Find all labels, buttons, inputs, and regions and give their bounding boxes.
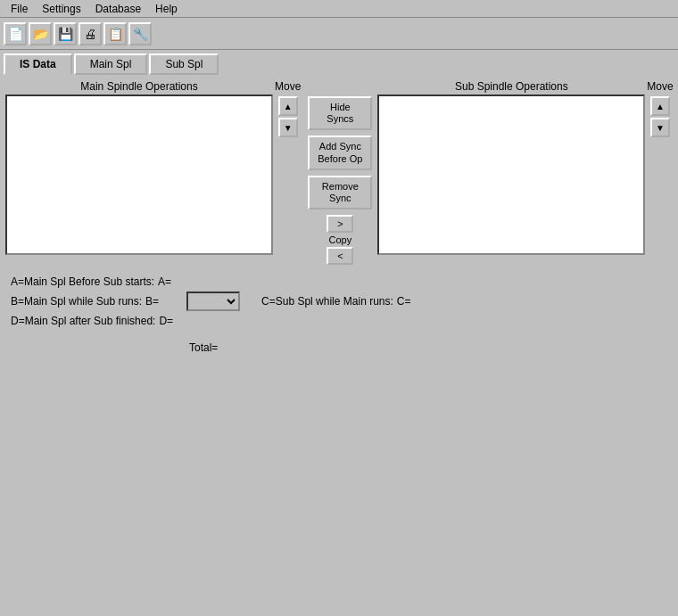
new-button[interactable]: 📄 <box>4 22 27 45</box>
info-label-d: D=Main Spl after Sub finished: <box>11 315 155 327</box>
operations-row: Main Spindle Operations Move ▲ ▼ Hide Sy… <box>5 80 673 265</box>
save-button[interactable]: 💾 <box>54 22 77 45</box>
menu-bar: File Settings Database Help <box>0 0 678 18</box>
total-label: Total= <box>189 341 218 354</box>
info-value-c: C= <box>397 295 424 308</box>
center-controls: Hide Syncs Add Sync Before Op Remove Syn… <box>302 80 377 265</box>
info-label-b: B=Main Spl while Sub runs: <box>11 295 142 308</box>
sub-move-label: Move <box>647 80 673 93</box>
sub-move-down-button[interactable]: ▼ <box>650 118 670 137</box>
print-button[interactable]: 🖨 <box>79 22 102 45</box>
remove-sync-label1: Remove <box>322 181 359 192</box>
tab-main-spl[interactable]: Main Spl <box>74 53 148 75</box>
sub-spindle-label: Sub Spindle Operations <box>377 80 645 93</box>
main-spindle-panel: Main Spindle Operations Move ▲ ▼ <box>5 80 302 255</box>
copy-section: > Copy < <box>327 215 353 265</box>
main-move-down-button[interactable]: ▼ <box>278 118 298 137</box>
remove-sync-button[interactable]: Remove Sync <box>308 176 372 209</box>
menu-help[interactable]: Help <box>148 2 185 16</box>
sub-spindle-panel: Sub Spindle Operations Move ▲ ▼ <box>377 80 674 255</box>
main-spindle-list[interactable] <box>5 94 273 255</box>
add-sync-label1: Add Sync <box>319 141 361 152</box>
tab-sub-spl[interactable]: Sub Spl <box>149 53 219 75</box>
menu-file[interactable]: File <box>4 2 35 16</box>
main-spindle-move-col: Move ▲ ▼ <box>273 80 302 137</box>
info-label-a: A=Main Spl Before Sub starts: <box>11 275 154 288</box>
info-value-d: D= <box>159 315 186 327</box>
copy-forward-button[interactable]: > <box>327 215 353 233</box>
settings-button[interactable]: 🔧 <box>128 22 152 45</box>
main-move-label: Move <box>275 80 301 93</box>
b-dropdown[interactable] <box>186 292 240 311</box>
open-button[interactable]: 📂 <box>29 22 52 45</box>
tab-area: IS Data Main Spl Sub Spl <box>0 50 678 75</box>
toolbar: 📄 📂 💾 🖨 📋 🔧 <box>0 18 678 50</box>
add-sync-label2: Before Op <box>318 153 362 164</box>
main-move-up-button[interactable]: ▲ <box>278 96 298 116</box>
info-section: A=Main Spl Before Sub starts: A= B=Main … <box>5 268 673 354</box>
add-sync-button[interactable]: Add Sync Before Op <box>308 136 372 169</box>
content-area: Main Spindle Operations Move ▲ ▼ Hide Sy… <box>0 75 678 359</box>
hide-syncs-label: Hide <box>330 102 351 112</box>
menu-database[interactable]: Database <box>88 2 148 16</box>
main-spindle-label: Main Spindle Operations <box>5 80 273 93</box>
menu-settings[interactable]: Settings <box>35 2 87 16</box>
copy-label: Copy <box>329 234 352 245</box>
tab-is-data[interactable]: IS Data <box>4 53 72 75</box>
sub-spindle-list[interactable] <box>377 94 645 255</box>
info-value-a: A= <box>158 275 185 288</box>
info-label-c: C=Sub Spl while Main runs: <box>261 295 393 308</box>
hide-syncs-label2: Syncs <box>327 113 353 124</box>
hide-syncs-button[interactable]: Hide Syncs <box>308 96 372 130</box>
print-preview-button[interactable]: 📋 <box>103 22 127 45</box>
remove-sync-label2: Sync <box>329 193 351 203</box>
info-value-b: B= <box>145 295 172 308</box>
sub-move-up-button[interactable]: ▲ <box>650 96 670 116</box>
copy-back-button[interactable]: < <box>327 247 353 265</box>
sub-spindle-move-col: Move ▲ ▼ <box>645 80 674 137</box>
